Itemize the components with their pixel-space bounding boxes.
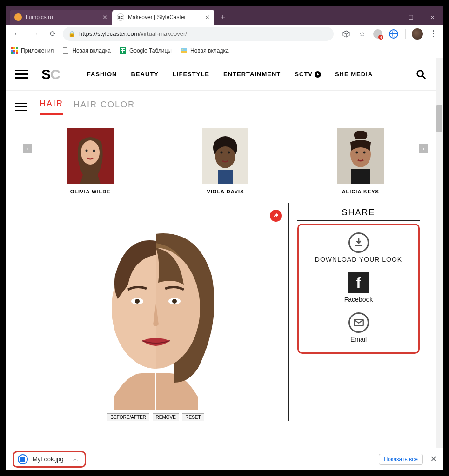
celebrity-name: ALICIA KEYS — [314, 189, 407, 194]
carousel-next-button[interactable]: › — [419, 144, 428, 153]
file-icon — [18, 454, 28, 464]
celebrity-name: OLIVIA WILDE — [44, 189, 137, 194]
celebrity-option[interactable]: VIOLA DAVIS — [179, 128, 272, 194]
nav-lifestyle[interactable]: LIFESTYLE — [173, 71, 209, 78]
back-button[interactable]: ← — [10, 26, 25, 41]
svg-line-1 — [422, 75, 425, 78]
facebook-label: Facebook — [303, 296, 414, 303]
apps-label: Приложения — [21, 47, 54, 54]
minimize-button[interactable]: — — [379, 10, 400, 25]
bookmark-item[interactable]: Новая вкладка — [62, 47, 111, 54]
tab-stylecaster[interactable]: SC Makeover | StyleCaster ✕ — [112, 10, 214, 25]
browser-window: Lumpics.ru ✕ SC Makeover | StyleCaster ✕… — [6, 6, 443, 470]
close-icon[interactable]: ✕ — [205, 14, 210, 21]
nav-sctv[interactable]: SCTV — [295, 71, 321, 78]
facebook-icon: f — [348, 272, 369, 293]
svg-point-4 — [81, 140, 100, 165]
scrollbar-thumb[interactable] — [436, 105, 442, 132]
carousel-prev-button[interactable]: ‹ — [23, 144, 32, 153]
share-facebook-button[interactable]: f Facebook — [303, 272, 414, 303]
show-all-downloads-button[interactable]: Показать все — [379, 454, 423, 465]
close-downloads-button[interactable]: ✕ — [430, 455, 436, 463]
page: SC FASHION BEAUTY LIFESTYLE ENTERTAINMEN… — [6, 58, 436, 470]
download-icon — [348, 232, 369, 253]
chevron-up-icon[interactable]: ︿ — [73, 455, 78, 463]
site-header: SC FASHION BEAUTY LIFESTYLE ENTERTAINMEN… — [6, 58, 436, 91]
preview-panel: BEFORE/AFTER REMOVE RESET — [23, 203, 288, 421]
lock-icon: 🔒 — [68, 31, 75, 37]
bookmark-item[interactable]: Google Таблицы — [119, 47, 172, 54]
window-controls: — ☐ ✕ — [379, 10, 443, 25]
preview-toolbar: BEFORE/AFTER REMOVE RESET — [23, 412, 288, 421]
celebrity-option[interactable]: ALICIA KEYS — [314, 128, 407, 194]
toolbar: ← → ⟳ 🔒 https://stylecaster.com/virtual-… — [6, 25, 443, 43]
svg-point-0 — [417, 70, 423, 76]
new-tab-button[interactable]: + — [216, 11, 229, 24]
translate-icon[interactable] — [340, 28, 352, 40]
makeover-tabs: HAIR HAIR COLOR — [6, 91, 436, 115]
nav-entertainment[interactable]: ENTERTAINMENT — [223, 71, 281, 78]
svg-rect-11 — [218, 170, 233, 184]
nav-shemedia[interactable]: SHE MEDIA — [335, 71, 373, 78]
tab-title: Makeover | StyleCaster — [128, 14, 201, 20]
tab-title: Lumpics.ru — [26, 14, 99, 20]
address-bar[interactable]: 🔒 https://stylecaster.com/virtual-makeov… — [63, 27, 334, 41]
share-panel: SHARE DOWNLOAD YOUR LOOK f Facebook — [288, 203, 428, 421]
before-after-button[interactable]: BEFORE/AFTER — [107, 413, 149, 421]
svg-point-15 — [363, 152, 365, 154]
tab-lumpics[interactable]: Lumpics.ru ✕ — [10, 10, 112, 25]
apps-icon — [11, 47, 18, 54]
favicon-icon: SC — [117, 13, 124, 21]
svg-point-6 — [93, 150, 95, 152]
editor-area: BEFORE/AFTER REMOVE RESET SHARE DOWNLOAD — [23, 203, 428, 421]
scrollbar-track[interactable] — [436, 58, 443, 470]
svg-point-23 — [172, 299, 177, 304]
site-menu-button[interactable] — [15, 67, 28, 81]
extension-icon[interactable]: 4 — [372, 28, 384, 40]
download-item[interactable]: MyLook.jpg ︿ — [13, 451, 86, 468]
celebrity-option[interactable]: OLIVIA WILDE — [44, 128, 137, 194]
tab-strip: Lumpics.ru ✕ SC Makeover | StyleCaster ✕… — [6, 6, 229, 25]
globe-icon[interactable] — [388, 28, 400, 40]
svg-rect-16 — [351, 169, 370, 184]
tab-hair[interactable]: HAIR — [40, 99, 63, 115]
svg-point-21 — [135, 299, 140, 304]
reload-button[interactable]: ⟳ — [45, 26, 60, 41]
download-look-button[interactable]: DOWNLOAD YOUR LOOK — [303, 232, 414, 263]
svg-point-14 — [355, 152, 358, 154]
close-icon[interactable]: ✕ — [102, 14, 107, 21]
favicon-icon — [14, 13, 22, 21]
forward-button[interactable]: → — [27, 26, 42, 41]
share-button[interactable] — [270, 210, 282, 222]
apps-button[interactable]: Приложения — [11, 47, 54, 54]
download-label: DOWNLOAD YOUR LOOK — [303, 256, 414, 263]
menu-button[interactable] — [427, 28, 439, 40]
search-button[interactable] — [416, 69, 426, 79]
toolbar-right: ☆ 4 — [336, 28, 439, 40]
tab-hair-color[interactable]: HAIR COLOR — [74, 100, 135, 114]
remove-button[interactable]: REMOVE — [153, 413, 179, 421]
bookmark-item[interactable]: Новая вкладка — [180, 47, 229, 54]
page-icon — [62, 47, 69, 54]
star-icon[interactable]: ☆ — [356, 28, 368, 40]
makeover-preview[interactable] — [81, 215, 230, 410]
bookmarks-bar: Приложения Новая вкладка Google Таблицы … — [6, 43, 443, 58]
site-logo[interactable]: SC — [41, 66, 60, 82]
nav-fashion[interactable]: FASHION — [87, 71, 117, 78]
titlebar: Lumpics.ru ✕ SC Makeover | StyleCaster ✕… — [6, 6, 443, 25]
email-icon — [348, 312, 369, 333]
makeover-menu-button[interactable] — [15, 101, 27, 113]
share-title: SHARE — [289, 208, 428, 218]
celebrity-carousel: ‹ › OLIVIA WILDE VIOLA DAVIS — [23, 118, 428, 203]
nav-beauty[interactable]: BEAUTY — [131, 71, 158, 78]
play-icon — [315, 71, 321, 78]
celebrity-thumb — [337, 128, 384, 184]
reset-button[interactable]: RESET — [182, 413, 204, 421]
maximize-button[interactable]: ☐ — [400, 10, 422, 25]
profile-avatar[interactable] — [411, 28, 423, 40]
window-close-button[interactable]: ✕ — [422, 10, 443, 25]
photo-icon — [180, 47, 188, 54]
share-email-button[interactable]: Email — [303, 312, 414, 343]
sheets-icon — [119, 47, 127, 54]
share-options: DOWNLOAD YOUR LOOK f Facebook Email — [297, 224, 420, 354]
